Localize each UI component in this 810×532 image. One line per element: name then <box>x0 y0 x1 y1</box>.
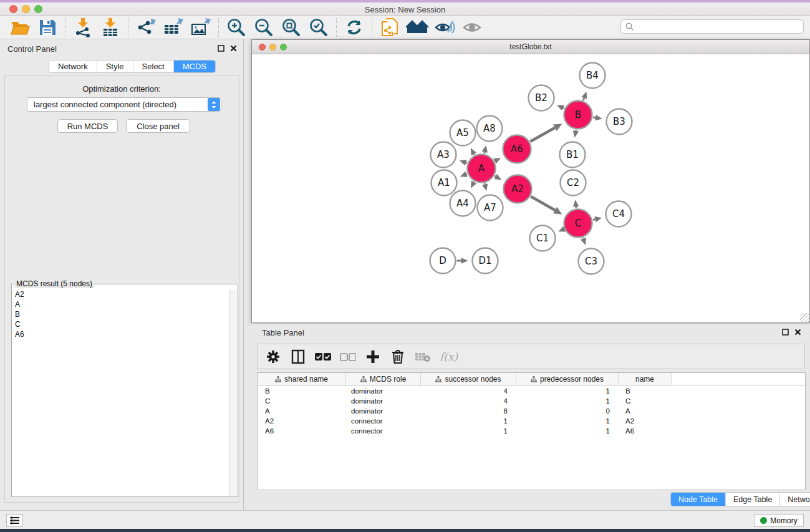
arrowhead <box>460 172 468 177</box>
mcds-result-list[interactable]: A2ABCA6 <box>12 289 229 496</box>
zoom-selected-button[interactable] <box>305 17 332 38</box>
graph-node-A2[interactable]: A2 <box>504 175 532 203</box>
close-panel-icon[interactable] <box>230 45 237 52</box>
table-row[interactable]: Adominator80A <box>258 406 805 416</box>
column-header-predecessor-nodes[interactable]: predecessor nodes <box>516 373 619 385</box>
table-tab-node-table[interactable]: Node Table <box>671 493 725 506</box>
criterion-select[interactable]: largest connected component (directed) <box>27 97 221 112</box>
run-mcds-button[interactable]: Run MCDS <box>57 119 118 133</box>
svg-text:A4: A4 <box>456 198 469 209</box>
result-item[interactable]: A2 <box>15 289 229 299</box>
control-panel: Control Panel NetworkStyleSelectMCDS Opt… <box>0 39 244 510</box>
network-canvas[interactable]: AA1A2A3A4A5A6A7A8BB1B2B3B4CC1C2C3C4DD1 <box>252 55 809 322</box>
cell: 1 <box>516 416 619 426</box>
graph-node-C1[interactable]: C1 <box>530 226 556 251</box>
arrowhead <box>581 92 587 99</box>
graph-node-D1[interactable]: D1 <box>473 248 498 274</box>
graph-node-B3[interactable]: B3 <box>607 109 632 135</box>
table-row[interactable]: A2connector11A2 <box>258 416 805 426</box>
export-network-button[interactable] <box>132 17 160 38</box>
svg-text:D1: D1 <box>478 255 491 266</box>
table-row[interactable]: Cdominator41C <box>258 396 805 406</box>
result-item[interactable]: A <box>15 299 229 309</box>
graph-node-A3[interactable]: A3 <box>431 142 456 168</box>
graph-node-C3[interactable]: C3 <box>579 249 604 274</box>
add-column-button[interactable] <box>365 349 381 365</box>
graph-node-C[interactable]: C <box>564 210 592 238</box>
result-item[interactable]: A6 <box>15 329 229 339</box>
close-panel-button[interactable]: Close panel <box>126 119 190 133</box>
graph-node-B1[interactable]: B1 <box>560 142 586 168</box>
network-window-titlebar[interactable]: testGlobe.txt <box>252 40 809 54</box>
graph-node-B4[interactable]: B4 <box>580 63 605 89</box>
new-session-button[interactable] <box>376 17 403 38</box>
tab-select[interactable]: Select <box>133 60 173 72</box>
column-visibility-button[interactable] <box>290 349 306 365</box>
result-item[interactable]: B <box>15 309 229 319</box>
search-input[interactable] <box>637 22 803 31</box>
graph-node-A7[interactable]: A7 <box>478 195 503 221</box>
export-image-button[interactable] <box>187 17 215 38</box>
graph-node-A6[interactable]: A6 <box>503 135 531 163</box>
tab-network[interactable]: Network <box>49 60 97 72</box>
import-network-button[interactable] <box>69 17 97 38</box>
table-tab-network-table[interactable]: Network Table <box>779 493 810 506</box>
control-panel-tabs: NetworkStyleSelectMCDS <box>49 60 216 73</box>
select-all-button[interactable] <box>315 349 331 365</box>
tab-style[interactable]: Style <box>97 60 133 72</box>
hide-selected-button[interactable] <box>431 17 458 38</box>
arrowhead <box>482 145 488 153</box>
show-all-networks-button[interactable] <box>403 17 431 38</box>
import-table-button[interactable] <box>97 17 124 38</box>
graph-node-D[interactable]: D <box>430 248 456 274</box>
deselect-all-button[interactable] <box>340 349 356 365</box>
graph-node-A4[interactable]: A4 <box>450 191 476 216</box>
column-header-successor-nodes[interactable]: successor nodes <box>421 373 516 385</box>
close-table-panel-icon[interactable] <box>794 329 801 336</box>
cell: dominator <box>346 406 421 416</box>
zoom-in-button[interactable] <box>223 17 250 38</box>
svg-text:A3: A3 <box>437 149 450 160</box>
graph-node-A8[interactable]: A8 <box>477 116 503 142</box>
column-header-MCDS-role[interactable]: MCDS role <box>346 373 421 385</box>
graph-node-A5[interactable]: A5 <box>450 120 476 146</box>
delete-column-button[interactable] <box>390 349 406 365</box>
float-panel-icon[interactable] <box>218 45 224 52</box>
graph-node-B2[interactable]: B2 <box>529 85 554 111</box>
table-settings-button[interactable] <box>265 349 281 365</box>
graph-node-C2[interactable]: C2 <box>561 170 586 196</box>
column-header-name[interactable]: name <box>619 373 672 385</box>
table-toolbar: f(x) <box>257 344 805 369</box>
toolbar-separator <box>336 18 337 37</box>
graph-node-A[interactable]: A <box>468 155 496 183</box>
network-window: testGlobe.txt AA1A2A3A4A5A6A7A8BB1B2B3B4… <box>251 39 810 323</box>
graph-node-C4[interactable]: C4 <box>606 201 632 227</box>
delete-table-button[interactable] <box>415 349 431 365</box>
show-selected-button[interactable] <box>458 17 486 38</box>
control-panel-title: Control Panel <box>7 44 57 54</box>
table-panel: Table Panel <box>251 324 810 506</box>
zoom-fit-button[interactable] <box>277 17 305 38</box>
table-row[interactable]: Bdominator41B <box>258 386 805 396</box>
save-session-button[interactable] <box>34 17 61 38</box>
column-header-shared-name[interactable]: shared name <box>258 373 346 385</box>
svg-text:A8: A8 <box>483 123 496 134</box>
table-row[interactable]: A6connector11A6 <box>258 426 805 436</box>
graph-node-B[interactable]: B <box>564 101 592 129</box>
cell: B <box>258 386 346 396</box>
export-table-button[interactable] <box>160 17 187 38</box>
result-scrollbar[interactable] <box>229 289 237 496</box>
open-folder-button[interactable] <box>6 17 34 38</box>
refresh-view-button[interactable] <box>340 17 368 38</box>
zoom-out-button[interactable] <box>250 17 277 38</box>
task-history-button[interactable] <box>6 514 23 527</box>
resize-grip[interactable] <box>800 313 809 322</box>
memory-button[interactable]: Memory <box>754 514 804 527</box>
function-builder-button[interactable]: f(x) <box>440 351 458 363</box>
tab-mcds[interactable]: MCDS <box>173 60 215 72</box>
table-tab-edge-table[interactable]: Edge Table <box>725 493 779 506</box>
result-item[interactable]: C <box>15 319 229 329</box>
float-table-panel-icon[interactable] <box>782 329 789 336</box>
svg-text:A7: A7 <box>484 202 496 213</box>
graph-node-A1[interactable]: A1 <box>432 170 457 196</box>
